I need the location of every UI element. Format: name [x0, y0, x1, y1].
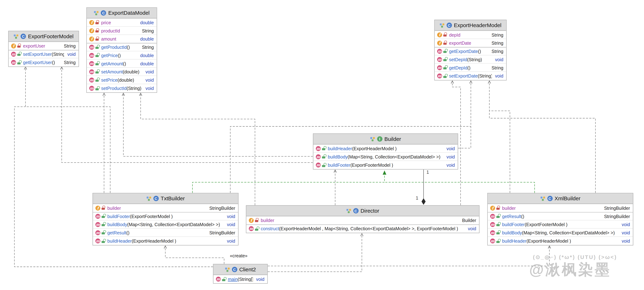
class-title: Builder — [384, 136, 401, 142]
public-visibility-icon — [17, 52, 21, 56]
method-row[interactable]: mbuildHeader(ExportHeaderModel )void — [488, 237, 633, 245]
field-icon: f — [249, 218, 254, 223]
method-row[interactable]: mbuildHeader(ExportHeaderModel )void — [313, 145, 458, 153]
public-visibility-icon — [96, 53, 99, 57]
method-row[interactable]: mbuildBody(Map<String, Collection<Export… — [313, 153, 458, 161]
dependency-edge — [268, 246, 550, 266]
method-row[interactable]: msetProductId(String)void — [87, 84, 157, 92]
method-row[interactable]: mbuildBody(Map<String, Collection<Export… — [488, 229, 633, 237]
class-header[interactable]: C ExportHeaderModel — [435, 20, 506, 31]
member-type: void — [224, 239, 235, 243]
method-row[interactable]: mgetExportUser()String — [9, 58, 78, 67]
class-kind-icon: C — [232, 267, 237, 272]
member-type: String — [138, 28, 154, 33]
class-header[interactable]: C Client2 — [214, 264, 267, 275]
member-signature: getExportDate() — [449, 49, 481, 53]
method-icon: m — [89, 53, 94, 58]
method-row[interactable]: mbuildFooter(ExportFooterModel )void — [488, 220, 633, 229]
method-row[interactable]: mbuildFooter(ExportFooterModel )void — [313, 161, 458, 169]
field-row[interactable]: fbuilderStringBuilder — [93, 204, 238, 212]
method-row[interactable]: mgetPrice()double — [87, 51, 157, 60]
method-row[interactable]: mbuildFooter(ExportFooterModel )void — [93, 212, 238, 221]
class-header[interactable]: C ExportDataModel — [87, 8, 157, 18]
multiplicity-label: 1 — [416, 195, 418, 200]
field-icon: f — [490, 205, 495, 210]
method-row[interactable]: msetExportDate(String)void — [435, 72, 506, 80]
method-row[interactable]: mgetDepId()String — [435, 64, 506, 72]
member-type: String — [488, 49, 504, 53]
dependency-edge — [123, 93, 313, 156]
member-signature: main(String[]) — [228, 277, 253, 282]
class-header[interactable]: C ExportFooterModel — [9, 31, 78, 42]
method-row[interactable]: mbuildHeader(ExportHeaderModel )void — [93, 237, 238, 245]
member-type: StringBuilder — [601, 205, 630, 210]
method-row[interactable]: mgetAmount()double — [87, 60, 157, 68]
class-header[interactable]: C Director — [246, 206, 479, 216]
method-icon: m — [490, 239, 495, 243]
method-row[interactable]: msetAmount(double)void — [87, 68, 157, 76]
public-visibility-icon — [322, 163, 326, 167]
method-icon: m — [89, 61, 94, 66]
field-row[interactable]: fpricedouble — [87, 18, 157, 27]
field-row[interactable]: fdepIdString — [435, 31, 506, 39]
dependency-edge — [458, 81, 471, 148]
class-node-txt-builder[interactable]: C TxtBuilder fbuilderStringBuildermbuild… — [92, 193, 238, 246]
create-stereotype-label: «create» — [229, 253, 248, 258]
method-icon: m — [96, 222, 100, 227]
class-node-xml-builder[interactable]: C XmlBuilder fbuilderStringBuildermgetRe… — [487, 193, 633, 246]
field-row[interactable]: fbuilderStringBuilder — [488, 204, 633, 212]
member-signature: getAmount() — [101, 61, 126, 66]
implements-edge — [192, 171, 384, 193]
field-row[interactable]: fbuilderBuilder — [246, 216, 479, 225]
method-row[interactable]: msetExportUser(String)void — [9, 50, 78, 58]
interface-node-builder[interactable]: I Builder mbuildHeader(ExportHeaderModel… — [313, 133, 458, 169]
method-icon: m — [89, 86, 94, 91]
member-signature: getProductId() — [101, 44, 130, 49]
method-icon: m — [437, 49, 442, 53]
member-signature: getResult() — [107, 230, 130, 235]
field-row[interactable]: fexportUserString — [9, 42, 78, 50]
method-row[interactable]: msetPrice(double)void — [87, 76, 157, 84]
class-title: ExportHeaderModel — [454, 22, 501, 28]
diagram-node-icon — [440, 23, 444, 28]
member-type: double — [137, 61, 154, 66]
public-visibility-icon — [322, 146, 326, 150]
method-row[interactable]: mgetResult()StringBuilder — [488, 212, 633, 221]
method-row[interactable]: mconstruct(ExportHeaderModel , Map<Strin… — [246, 225, 479, 233]
field-icon: f — [96, 205, 100, 210]
member-list: fexportUserStringmsetExportUser(String)v… — [9, 42, 78, 66]
field-row[interactable]: famountdouble — [87, 35, 157, 43]
field-row[interactable]: fexportDateString — [435, 39, 506, 47]
public-visibility-icon — [102, 214, 105, 218]
method-row[interactable]: mgetExportDate()String — [435, 47, 506, 55]
class-node-export-data-model[interactable]: C ExportDataModel fpricedoublefproductId… — [86, 7, 157, 93]
diagram-node-icon — [94, 10, 99, 15]
class-header[interactable]: C TxtBuilder — [93, 193, 238, 204]
member-type: void — [224, 214, 235, 219]
method-row[interactable]: mmain(String[])void — [214, 275, 267, 283]
method-row[interactable]: mgetProductId()String — [87, 43, 157, 51]
public-visibility-icon — [17, 60, 21, 65]
public-visibility-icon — [496, 222, 500, 226]
member-signature: buildBody(Map<String, Collection<ExportD… — [328, 154, 440, 159]
method-row[interactable]: mbuildBody(Map<String, Collection<Export… — [93, 220, 238, 229]
class-node-director[interactable]: C Director fbuilderBuildermconstruct(Exp… — [246, 205, 480, 233]
class-header[interactable]: C XmlBuilder — [488, 193, 633, 204]
method-row[interactable]: mgetResult()StringBuilder — [93, 229, 238, 237]
public-visibility-icon — [96, 78, 99, 82]
class-node-export-footer-model[interactable]: C ExportFooterModel fexportUserStringmse… — [8, 31, 79, 67]
member-signature: setPrice(double) — [101, 77, 134, 82]
class-node-export-header-model[interactable]: C ExportHeaderModel fdepIdStringfexportD… — [434, 20, 507, 81]
public-visibility-icon — [322, 154, 326, 159]
member-list: fbuilderStringBuildermgetResult()StringB… — [488, 204, 633, 245]
member-signature: buildFooter(ExportFooterModel ) — [107, 214, 173, 219]
dependency-edge — [165, 246, 224, 264]
class-header[interactable]: I Builder — [313, 134, 458, 145]
uml-diagram-canvas: (⊙_◎⌐) (*ω*) (UTU) (>ω<) @湫枫染墨 — [0, 0, 644, 290]
member-type: StringBuilder — [601, 214, 630, 219]
class-node-client2[interactable]: C Client2 mmain(String[])void — [213, 264, 268, 284]
diagram-node-icon — [225, 267, 230, 272]
method-icon: m — [316, 146, 321, 151]
field-row[interactable]: fproductIdString — [87, 27, 157, 35]
method-row[interactable]: msetDepId(String)void — [435, 55, 506, 64]
